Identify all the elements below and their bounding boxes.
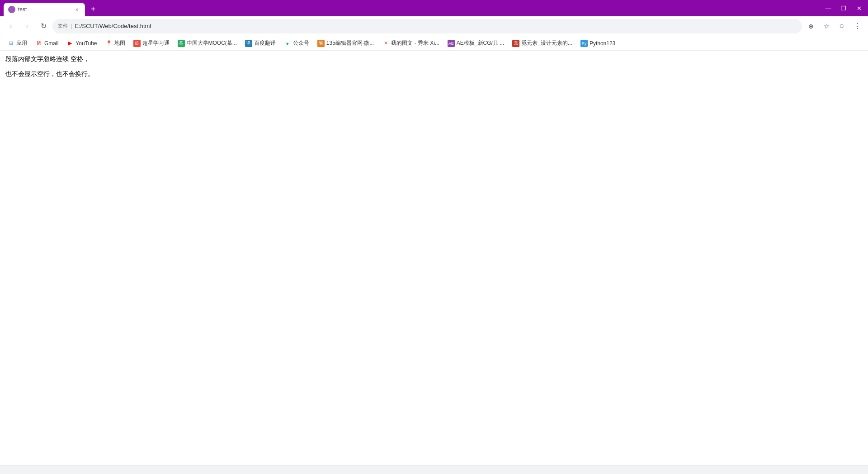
translate-icon: ⊕ <box>808 23 814 30</box>
bookmark-editor135-label: 135编辑器官网·微... <box>326 39 374 47</box>
new-tab-button[interactable]: + <box>87 3 99 15</box>
bookmark-baidu-translate[interactable]: 译 百度翻译 <box>241 38 279 48</box>
translate-button[interactable]: ⊕ <box>804 19 818 33</box>
bookmark-python123[interactable]: Py Python123 <box>577 38 619 48</box>
address-text: E:/SCUT/Web/Code/test.html <box>75 23 797 29</box>
bookmark-xiumi-label: 我的图文 - 秀米 Xi... <box>391 39 439 47</box>
back-button[interactable]: ‹ <box>4 19 18 33</box>
active-tab[interactable]: test × <box>4 3 85 16</box>
navbar: ‹ › ↻ 文件 | E:/SCUT/Web/Code/test.html ⊕ … <box>0 16 868 36</box>
secure-icon: 文件 <box>58 23 68 29</box>
tab-favicon <box>8 6 15 13</box>
address-separator: | <box>71 23 72 29</box>
refresh-icon: ↻ <box>41 22 47 30</box>
gmail-icon: M <box>35 40 42 47</box>
profile-button[interactable]: ○ <box>835 19 849 33</box>
maps-icon: 📍 <box>105 40 113 47</box>
ae-templates-icon: AE <box>448 40 455 47</box>
bookmark-yuansu[interactable]: 觅 觅元素_设计元素的... <box>509 38 576 48</box>
bookmark-maps-label: 地图 <box>114 39 125 47</box>
bookmark-baidu-translate-label: 百度翻译 <box>254 39 276 47</box>
youtube-icon: ▶ <box>66 40 74 47</box>
menu-button[interactable]: ⋮ <box>850 19 864 33</box>
tab-strip: test × + <box>0 0 99 16</box>
yuansu-icon: 觅 <box>512 40 519 47</box>
bookmark-python123-label: Python123 <box>590 40 615 47</box>
bookmark-maps[interactable]: 📍 地图 <box>102 38 129 48</box>
bookmark-youtube[interactable]: ▶ YouTube <box>63 38 100 48</box>
refresh-button[interactable]: ↻ <box>36 19 51 33</box>
bookmark-gongzhonghao-label: 公众号 <box>293 39 309 47</box>
bookmark-youtube-label: YouTube <box>75 40 97 47</box>
chaoxing-icon: 超 <box>133 40 141 47</box>
bookmark-button[interactable]: ☆ <box>819 19 834 33</box>
bookmark-ae-templates[interactable]: AE AE模板_新CG/儿 ... <box>444 38 508 48</box>
bookmark-xiumi[interactable]: ✕ 我的图文 - 秀米 Xi... <box>378 38 443 48</box>
xiumi-icon: ✕ <box>382 40 389 47</box>
page-line2: 也不会显示空行，也不会换行。 <box>5 69 863 79</box>
bookmark-gongzhonghao[interactable]: ● 公众号 <box>280 38 313 48</box>
bookmark-gmail-label: Gmail <box>44 40 58 47</box>
python123-icon: Py <box>580 40 588 47</box>
svg-point-0 <box>10 8 14 11</box>
baidu-translate-icon: 译 <box>245 40 252 47</box>
browser-window: test × + — ❐ ✕ ‹ › ↻ 文件 | E:/SCUT/Web/Co… <box>0 0 868 474</box>
bookmark-chaoxing-label: 超星学习通 <box>142 39 170 47</box>
bookmark-chaoxing[interactable]: 超 超星学习通 <box>130 38 173 48</box>
editor135-icon: 编 <box>317 40 325 47</box>
page-content: 段落内部文字忽略连续 空格， 也不会显示空行，也不会换行。 <box>0 51 868 465</box>
titlebar: test × + — ❐ ✕ <box>0 0 868 16</box>
bookmarks-bar: ⊞ 应用 M Gmail ▶ YouTube 📍 地图 超 超星学习通 慕 中国… <box>0 36 868 51</box>
close-button[interactable]: ✕ <box>852 2 866 14</box>
apps-icon: ⊞ <box>7 40 14 47</box>
bookmark-mooc-label: 中国大学MOOC(慕... <box>187 39 237 47</box>
maximize-button[interactable]: ❐ <box>836 2 851 14</box>
bookmark-editor135[interactable]: 编 135编辑器官网·微... <box>314 38 377 48</box>
minimize-button[interactable]: — <box>821 2 835 14</box>
bookmark-yuansu-label: 觅元素_设计元素的... <box>521 39 572 47</box>
bookmark-apps[interactable]: ⊞ 应用 <box>4 38 31 48</box>
mooc-icon: 慕 <box>178 40 185 47</box>
forward-icon: › <box>26 21 28 31</box>
tab-close-button[interactable]: × <box>73 6 80 13</box>
bookmark-ae-templates-label: AE模板_新CG/儿 ... <box>457 39 504 47</box>
tab-title: test <box>18 6 71 13</box>
address-bar[interactable]: 文件 | E:/SCUT/Web/Code/test.html <box>52 19 802 33</box>
back-icon: ‹ <box>9 21 12 31</box>
window-controls: — ❐ ✕ <box>821 2 868 14</box>
gongzhonghao-icon: ● <box>284 40 291 47</box>
bookmark-apps-label: 应用 <box>16 39 27 47</box>
forward-button[interactable]: › <box>20 19 34 33</box>
statusbar <box>0 465 868 474</box>
menu-icon: ⋮ <box>854 22 861 30</box>
page-line1: 段落内部文字忽略连续 空格， <box>5 54 863 64</box>
star-icon: ☆ <box>824 22 830 30</box>
bookmark-mooc[interactable]: 慕 中国大学MOOC(慕... <box>174 38 241 48</box>
profile-icon: ○ <box>840 21 844 31</box>
nav-right-buttons: ⊕ ☆ ○ ⋮ <box>804 19 864 33</box>
bookmark-gmail[interactable]: M Gmail <box>32 38 62 48</box>
